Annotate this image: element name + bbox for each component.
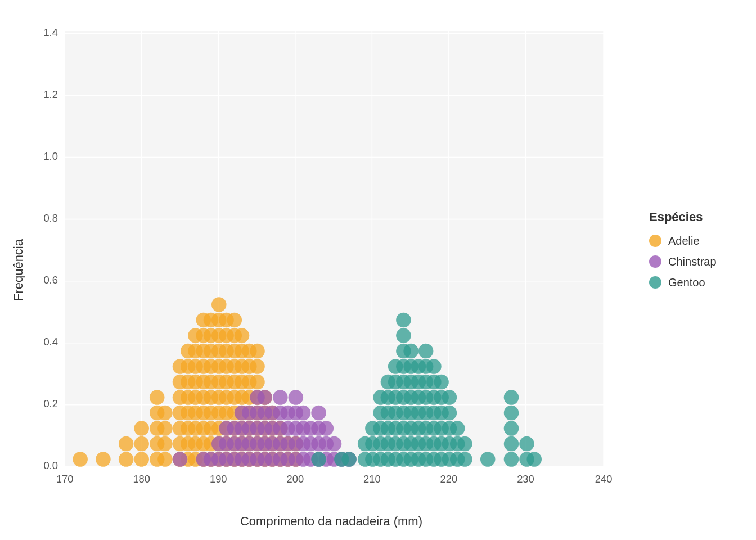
svg-point-36 xyxy=(119,436,133,451)
svg-point-147 xyxy=(250,359,264,374)
svg-rect-0 xyxy=(65,31,604,466)
legend-item-chinstrap: Chinstrap xyxy=(649,255,745,268)
svg-point-273 xyxy=(403,344,418,358)
svg-point-316 xyxy=(504,406,519,420)
adelie-color-dot xyxy=(649,235,662,247)
adelie-label: Adelie xyxy=(668,235,700,248)
svg-point-225 xyxy=(319,421,334,435)
svg-text:200: 200 xyxy=(287,473,304,485)
svg-point-288 xyxy=(418,344,433,358)
legend-title: Espécies xyxy=(649,210,745,224)
chart-area: Frequência xyxy=(11,11,632,529)
svg-point-319 xyxy=(519,436,534,451)
svg-point-222 xyxy=(311,406,326,420)
svg-text:0.8: 0.8 xyxy=(43,212,57,224)
svg-point-39 xyxy=(134,421,148,435)
svg-point-313 xyxy=(504,452,519,466)
svg-point-310 xyxy=(457,452,472,466)
svg-container: 0.0 0.2 0.4 0.6 0.8 1.0 1.2 1.4 170 180 … xyxy=(30,11,632,510)
svg-point-45 xyxy=(158,452,172,466)
svg-text:1.0: 1.0 xyxy=(43,150,57,162)
svg-text:230: 230 xyxy=(517,473,534,485)
svg-point-227 xyxy=(327,436,341,451)
svg-point-34 xyxy=(96,452,110,466)
legend-item-adelie: Adelie xyxy=(649,235,745,248)
svg-point-312 xyxy=(480,452,495,466)
legend: Espécies Adelie Chinstrap Gentoo xyxy=(632,210,745,331)
svg-point-301 xyxy=(434,375,448,389)
svg-point-38 xyxy=(134,436,148,451)
svg-point-123 xyxy=(227,313,242,327)
svg-point-306 xyxy=(442,390,457,404)
svg-point-317 xyxy=(504,390,519,404)
gentoo-label: Gentoo xyxy=(668,276,705,289)
gentoo-color-dot xyxy=(649,276,662,289)
svg-text:1.2: 1.2 xyxy=(43,88,57,100)
svg-text:220: 220 xyxy=(440,473,458,485)
svg-point-193 xyxy=(258,390,272,404)
svg-point-311 xyxy=(457,436,472,451)
svg-text:210: 210 xyxy=(363,473,381,485)
svg-point-305 xyxy=(442,406,457,420)
x-axis-label: Comprimento da nadadeira (mm) xyxy=(30,514,632,529)
svg-point-103 xyxy=(212,297,226,312)
svg-point-314 xyxy=(504,436,519,451)
svg-point-33 xyxy=(73,452,87,466)
svg-point-202 xyxy=(273,390,287,404)
svg-text:0.2: 0.2 xyxy=(43,398,57,410)
svg-point-132 xyxy=(235,328,249,343)
svg-point-315 xyxy=(504,421,519,435)
svg-point-295 xyxy=(426,359,441,374)
svg-point-148 xyxy=(250,344,264,358)
chinstrap-label: Chinstrap xyxy=(668,255,717,268)
svg-point-309 xyxy=(450,421,465,435)
svg-text:0.6: 0.6 xyxy=(43,274,57,286)
svg-text:0.4: 0.4 xyxy=(43,336,57,348)
chart-wrapper: Frequência xyxy=(11,11,745,529)
svg-point-265 xyxy=(396,313,411,327)
legend-item-gentoo: Gentoo xyxy=(649,276,745,289)
y-axis-label: Frequência xyxy=(11,239,26,301)
svg-text:1.4: 1.4 xyxy=(43,26,57,38)
svg-point-165 xyxy=(173,452,187,466)
svg-point-230 xyxy=(311,452,326,466)
svg-point-146 xyxy=(250,375,264,389)
svg-point-232 xyxy=(341,452,356,466)
svg-point-46 xyxy=(158,436,172,451)
svg-text:190: 190 xyxy=(210,473,227,485)
svg-point-264 xyxy=(396,328,411,343)
svg-point-48 xyxy=(158,406,172,420)
chart-container: Frequência xyxy=(0,0,756,540)
chinstrap-color-dot xyxy=(649,255,662,268)
svg-point-47 xyxy=(158,421,172,435)
svg-point-320 xyxy=(526,452,541,466)
svg-point-44 xyxy=(150,390,164,404)
svg-text:240: 240 xyxy=(595,473,613,485)
svg-point-37 xyxy=(134,452,148,466)
svg-text:0.0: 0.0 xyxy=(43,460,57,471)
svg-point-35 xyxy=(119,452,133,466)
svg-text:180: 180 xyxy=(133,473,150,485)
plot-region: 0.0 0.2 0.4 0.6 0.8 1.0 1.2 1.4 170 180 … xyxy=(30,11,632,529)
svg-point-211 xyxy=(289,390,303,404)
svg-point-215 xyxy=(296,406,310,420)
svg-text:170: 170 xyxy=(56,473,74,485)
